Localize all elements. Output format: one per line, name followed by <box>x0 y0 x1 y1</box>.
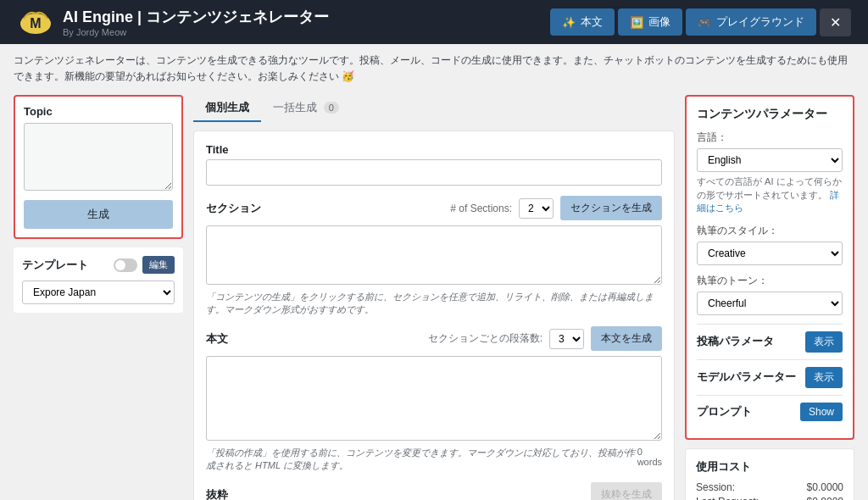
title-input[interactable] <box>206 159 662 186</box>
generate-excerpt-button[interactable]: 抜粋を生成 <box>591 482 662 500</box>
style-label: 執筆のスタイル： <box>697 224 843 238</box>
left-sidebar: Topic 生成 テンプレート 編集 Expore Japan <box>14 95 183 500</box>
paragraphs-select[interactable]: 3 <box>549 329 584 349</box>
svg-text:M: M <box>30 16 41 31</box>
prompt-label: プロンプト <box>697 404 752 419</box>
model-params-show-button[interactable]: 表示 <box>805 367 843 388</box>
section-hint: 「コンテンツの生成」をクリックする前に、セクションを任意で追加、リライト、削除、… <box>206 291 662 316</box>
cost-last-row: Last Request: $0.0000 <box>696 496 843 500</box>
topic-box: Topic 生成 <box>14 95 183 239</box>
edit-template-button[interactable]: 編集 <box>142 256 175 274</box>
tone-select[interactable]: CheerfulFormalHumorousNeutral <box>697 292 843 315</box>
honbun-icon: ✨ <box>562 16 576 29</box>
cost-last-label: Last Request: <box>696 496 759 500</box>
body-label: 本文 <box>206 331 228 347</box>
post-params-show-button[interactable]: 表示 <box>805 331 843 353</box>
model-params-row: モデルパラメーター 表示 <box>697 359 843 395</box>
topic-textarea[interactable] <box>24 123 173 191</box>
header: M AI Engine | コンテンツジェネレーター By Jordy Meow… <box>0 0 868 44</box>
body-row: 本文 セクションごとの段落数: 3 本文を生成 <box>206 326 662 351</box>
sections-count-label: # of Sections: <box>450 203 512 214</box>
language-field: 言語： EnglishJapaneseFrenchSpanish すべての言語が… <box>697 131 843 214</box>
prompt-show-button[interactable]: Show <box>800 403 843 421</box>
prompt-row: プロンプト Show <box>697 395 843 428</box>
cost-session-row: Session: $0.0000 <box>696 481 843 493</box>
cost-session-value: $0.0000 <box>807 481 843 493</box>
style-select[interactable]: CreativeProfessionalCasualFormal <box>697 242 843 265</box>
right-sidebar: コンテンツパラメーター 言語： EnglishJapaneseFrenchSpa… <box>685 95 854 500</box>
model-params-label: モデルパラメーター <box>697 369 796 385</box>
nav-btn-image[interactable]: 🖼️ 画像 <box>618 8 682 36</box>
template-header: テンプレート 編集 <box>22 256 175 274</box>
description-bar: コンテンツジェネレーターは、コンテンツを生成できる強力なツールです。投稿、メール… <box>0 44 868 85</box>
template-label: テンプレート <box>22 258 88 273</box>
title-field-group: Title <box>206 143 662 186</box>
body-hint: 「投稿の作成」を使用する前に、コンテンツを変更できます。マークダウンに対応してお… <box>206 447 637 472</box>
logo-icon: M <box>17 7 54 37</box>
title-label: Title <box>206 143 662 156</box>
paragraphs-label: セクションごとの段落数: <box>428 331 542 346</box>
section-controls: # of Sections: 2 セクションを生成 <box>450 196 662 220</box>
app-subtitle: By Jordy Meow <box>63 27 329 37</box>
section-row: セクション # of Sections: 2 セクションを生成 <box>206 196 662 220</box>
body-controls: セクションごとの段落数: 3 本文を生成 <box>428 326 662 351</box>
post-params-label: 投稿パラメータ <box>697 334 774 349</box>
template-select[interactable]: Expore Japan <box>22 281 175 304</box>
cost-last-value: $0.0000 <box>807 496 843 500</box>
playground-icon: 🎮 <box>698 16 711 29</box>
params-title: コンテンツパラメーター <box>697 107 843 122</box>
cost-box: 使用コスト Session: $0.0000 Last Request: $0.… <box>685 448 854 500</box>
header-nav: ✨ 本文 🖼️ 画像 🎮 プレイグラウンド ✕ <box>550 8 851 36</box>
close-btn[interactable]: ✕ <box>820 8 851 36</box>
tone-field: 執筆のトーン： CheerfulFormalHumorousNeutral <box>697 274 843 315</box>
center-content: 個別生成 一括生成 0 Title セクション <box>193 95 675 500</box>
body-footer: 「投稿の作成」を使用する前に、コンテンツを変更できます。マークダウンに対応してお… <box>206 447 662 472</box>
body-textarea[interactable] <box>206 356 662 441</box>
cost-title: 使用コスト <box>696 459 843 475</box>
language-hint: すべての言語が AI によって何らかの形でサポートされています。 詳細はこちら <box>697 175 843 214</box>
nav-btn-playground[interactable]: 🎮 プレイグラウンド <box>686 8 816 36</box>
logo-area: M AI Engine | コンテンツジェネレーター By Jordy Meow <box>17 7 329 37</box>
section-label: セクション <box>206 201 261 216</box>
generate-sections-button[interactable]: セクションを生成 <box>560 196 662 220</box>
word-count: 0 words <box>637 447 662 472</box>
image-icon: 🖼️ <box>630 16 643 29</box>
tab-bulk[interactable]: 一括生成 0 <box>261 95 351 122</box>
language-label: 言語： <box>697 131 843 145</box>
template-section: テンプレート 編集 Expore Japan <box>14 247 183 313</box>
tab-bulk-count: 0 <box>324 102 339 114</box>
template-toggle[interactable] <box>114 258 137 272</box>
tabs-bar: 個別生成 一括生成 0 <box>193 95 675 122</box>
body-group: 本文 セクションごとの段落数: 3 本文を生成 「投稿の作成」を使用する前に、コ… <box>206 326 662 472</box>
cost-session-label: Session: <box>696 481 735 493</box>
tab-individual[interactable]: 個別生成 <box>193 95 261 122</box>
language-select[interactable]: EnglishJapaneseFrenchSpanish <box>697 148 843 172</box>
excerpt-group: 抜粋 抜粋を生成 <box>206 482 662 500</box>
description-text: コンテンツジェネレーターは、コンテンツを生成できる強力なツールです。投稿、メール… <box>14 53 854 85</box>
nav-btn-honbun[interactable]: ✨ 本文 <box>550 8 615 36</box>
params-box: コンテンツパラメーター 言語： EnglishJapaneseFrenchSpa… <box>685 95 854 439</box>
generate-body-button[interactable]: 本文を生成 <box>591 326 662 351</box>
topic-label: Topic <box>24 105 173 118</box>
section-textarea[interactable] <box>206 225 662 285</box>
post-params-row: 投稿パラメータ 表示 <box>697 324 843 359</box>
excerpt-row: 抜粋 抜粋を生成 <box>206 482 662 500</box>
sections-count-select[interactable]: 2 <box>519 198 554 219</box>
excerpt-label: 抜粋 <box>206 487 228 500</box>
content-card: Title セクション # of Sections: 2 セクションを生成 <box>193 131 675 500</box>
main-layout: Topic 生成 テンプレート 編集 Expore Japan <box>0 85 868 500</box>
generate-button[interactable]: 生成 <box>24 200 173 229</box>
app-title: AI Engine | コンテンツジェネレーター <box>63 7 329 27</box>
section-group: セクション # of Sections: 2 セクションを生成 「コンテンツの生… <box>206 196 662 316</box>
tone-label: 執筆のトーン： <box>697 274 843 288</box>
style-field: 執筆のスタイル： CreativeProfessionalCasualForma… <box>697 224 843 265</box>
